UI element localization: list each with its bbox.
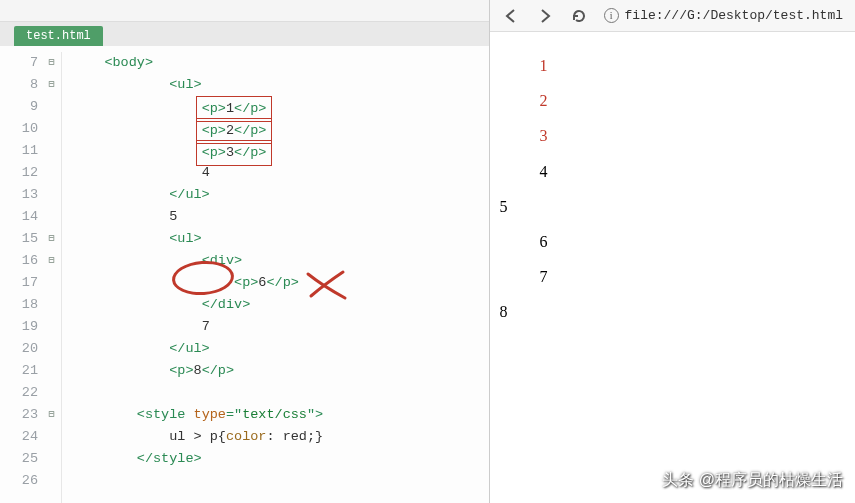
- code-line: 4: [72, 162, 489, 184]
- rendered-line: 1: [500, 48, 845, 83]
- rendered-line: 3: [500, 118, 845, 153]
- code-line: [72, 470, 489, 492]
- code-line: </ul>: [72, 338, 489, 360]
- info-icon[interactable]: i: [604, 8, 619, 23]
- code-line: <ul>: [72, 228, 489, 250]
- browser-content: 12345678: [490, 32, 855, 346]
- rendered-line: 2: [500, 83, 845, 118]
- code-line: <p>6</p>: [72, 272, 489, 294]
- code-line: <p>8</p>: [72, 360, 489, 382]
- code-line: [72, 382, 489, 404]
- tab-bar: test.html: [0, 22, 489, 46]
- code-line: </ul>: [72, 184, 489, 206]
- rendered-line: 7: [500, 259, 845, 294]
- code-line: 5: [72, 206, 489, 228]
- back-button[interactable]: [502, 7, 520, 25]
- code-line: ul > p{color: red;}: [72, 426, 489, 448]
- browser-toolbar: i file:///G:/Desktop/test.html: [490, 0, 855, 32]
- code-line: </style>: [72, 448, 489, 470]
- code-line: <p>3</p>: [72, 140, 489, 162]
- code-line: <p>2</p>: [72, 118, 489, 140]
- code-line: <ul>: [72, 74, 489, 96]
- watermark: 头条 @程序员的枯燥生活: [662, 470, 843, 491]
- rendered-line: 5: [500, 189, 845, 224]
- fold-column: [42, 52, 62, 503]
- rendered-line: 8: [500, 294, 845, 329]
- code-area[interactable]: 7891011121314151617181920212223242526 <b…: [0, 46, 489, 503]
- rendered-line: 4: [500, 154, 845, 189]
- url-text: file:///G:/Desktop/test.html: [625, 8, 843, 23]
- line-gutter: 7891011121314151617181920212223242526: [0, 52, 42, 503]
- forward-button[interactable]: [536, 7, 554, 25]
- editor-toolbar: [0, 0, 489, 22]
- code-line: </div>: [72, 294, 489, 316]
- code-line: 7: [72, 316, 489, 338]
- code-line: <div>: [72, 250, 489, 272]
- code-line: <body>: [72, 52, 489, 74]
- code-line: <style type="text/css">: [72, 404, 489, 426]
- rendered-line: 6: [500, 224, 845, 259]
- code-content[interactable]: <body> <ul> <p>1</p> <p>2</p> <p>3</p> 4…: [62, 52, 489, 503]
- code-line: <p>1</p>: [72, 96, 489, 118]
- file-tab[interactable]: test.html: [14, 26, 103, 46]
- editor-pane: test.html 789101112131415161718192021222…: [0, 0, 490, 503]
- browser-pane: i file:///G:/Desktop/test.html 12345678: [490, 0, 855, 503]
- url-bar[interactable]: i file:///G:/Desktop/test.html: [604, 8, 843, 23]
- reload-button[interactable]: [570, 7, 588, 25]
